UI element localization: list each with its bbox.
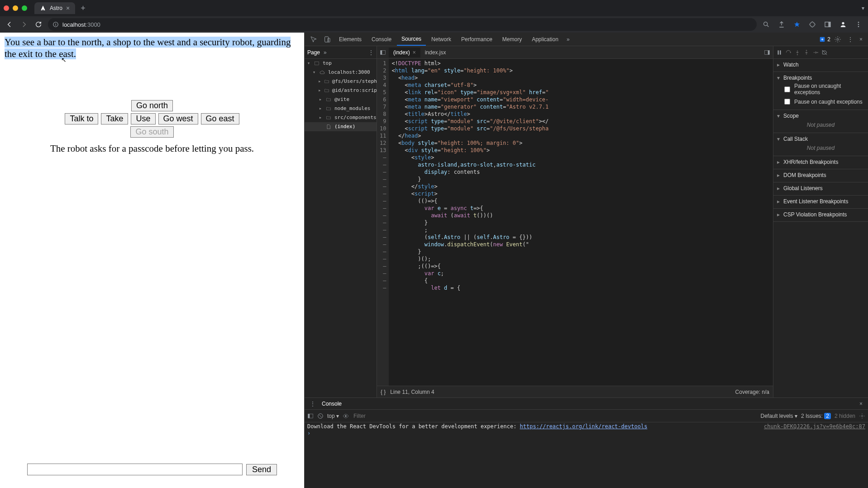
browser-tab[interactable]: Astro ×: [34, 2, 75, 14]
close-tab-icon[interactable]: ×: [66, 5, 70, 11]
minimize-window-icon[interactable]: [13, 5, 18, 11]
svg-rect-11: [328, 38, 330, 42]
clear-console-icon[interactable]: [317, 413, 324, 419]
issues-badge[interactable]: 2: [819, 36, 830, 43]
reload-button[interactable]: [33, 19, 43, 29]
svg-point-13: [837, 38, 839, 40]
close-icon[interactable]: ×: [413, 49, 416, 56]
extensions-icon[interactable]: [807, 19, 817, 29]
csp-section[interactable]: ▸CSP Violation Breakpoints: [776, 211, 865, 219]
global-listeners-section[interactable]: ▸Global Listeners: [776, 184, 865, 192]
sidepanel-icon[interactable]: [823, 19, 833, 29]
scope-section[interactable]: ▾Scope: [776, 112, 865, 120]
go-south-button[interactable]: Go south: [130, 126, 173, 138]
inspect-icon[interactable]: [307, 36, 320, 43]
folder-icon: [325, 115, 332, 121]
folder-icon: [325, 105, 332, 112]
live-expression-icon[interactable]: [343, 413, 349, 419]
drawer-menu-icon[interactable]: ⋮: [307, 401, 318, 407]
callstack-section[interactable]: ▾Call Stack: [776, 135, 865, 143]
issues-label[interactable]: 2 Issues: 2: [801, 413, 831, 419]
pause-icon[interactable]: [776, 49, 782, 56]
menu-icon[interactable]: [854, 19, 863, 29]
source-link[interactable]: chunk-DFKQJ226.js?v=9e6b4e8c:87: [764, 423, 865, 430]
close-drawer-icon[interactable]: ×: [857, 401, 865, 407]
svg-point-23: [806, 50, 807, 51]
navigator-menu-icon[interactable]: ⋮: [368, 49, 374, 56]
command-input[interactable]: [27, 464, 243, 475]
tab-memory[interactable]: Memory: [498, 33, 526, 45]
code-editor[interactable]: 12345678910111213––––––––––––––––––– <!D…: [377, 59, 773, 386]
new-tab-button[interactable]: +: [78, 4, 88, 13]
dom-section[interactable]: ▸DOM Breakpoints: [776, 171, 865, 179]
step-into-icon[interactable]: [794, 49, 801, 56]
go-east-button[interactable]: Go east: [201, 113, 239, 124]
console-body[interactable]: chunk-DFKQJ226.js?v=9e6b4e8c:87 Download…: [305, 422, 868, 488]
navigator-more-icon[interactable]: »: [324, 49, 327, 56]
go-north-button[interactable]: Go north: [131, 100, 173, 111]
device-icon[interactable]: [321, 36, 334, 43]
toolbar-right: [761, 19, 863, 29]
xhr-section[interactable]: ▸XHR/fetch Breakpoints: [776, 158, 865, 166]
step-out-icon[interactable]: [803, 49, 810, 56]
tab-performance[interactable]: Performance: [457, 33, 497, 45]
log-levels[interactable]: Default levels ▾: [761, 413, 797, 419]
console-filter-bar: top ▾ Default levels ▾ 2 Issues: 2 2 hid…: [305, 410, 868, 422]
watch-section[interactable]: ▸Watch: [776, 61, 865, 69]
address-bar[interactable]: localhost:3000: [48, 18, 757, 31]
deactivate-breakpoints-icon[interactable]: [821, 49, 828, 56]
step-icon[interactable]: [812, 49, 819, 56]
go-west-button[interactable]: Go west: [158, 113, 198, 124]
zoom-icon[interactable]: [761, 19, 771, 29]
toggle-debugger-icon[interactable]: [761, 49, 773, 56]
back-button[interactable]: [5, 19, 14, 29]
pretty-print-icon[interactable]: { }: [381, 389, 386, 395]
console-filter-input[interactable]: [353, 412, 757, 420]
step-over-icon[interactable]: [785, 49, 792, 56]
file-icon: [325, 124, 332, 130]
pause-caught-checkbox[interactable]: Pause on caught exceptions: [776, 96, 865, 107]
pause-uncaught-checkbox[interactable]: Pause on uncaught exceptions: [776, 82, 865, 96]
navigator-tab-page[interactable]: Page: [307, 49, 320, 56]
console-settings-icon[interactable]: [859, 413, 865, 419]
editor-tab-indexjsx[interactable]: index.jsx: [420, 48, 451, 57]
settings-icon[interactable]: [831, 36, 844, 43]
svg-point-29: [861, 415, 863, 417]
file-item-selected[interactable]: (index): [305, 122, 377, 131]
toggle-sidebar-icon[interactable]: [307, 413, 314, 419]
breakpoints-section[interactable]: ▾Breakpoints: [776, 74, 865, 82]
profile-icon[interactable]: [838, 19, 848, 29]
console-link[interactable]: https://reactjs.org/link/react-devtools: [520, 423, 648, 430]
console-context[interactable]: top ▾: [327, 413, 339, 419]
svg-point-8: [858, 24, 859, 25]
tab-network[interactable]: Network: [427, 33, 456, 45]
toggle-navigator-icon[interactable]: [377, 49, 389, 56]
talk-to-button[interactable]: Talk to: [65, 113, 98, 124]
forward-button[interactable]: [19, 19, 29, 29]
close-devtools-icon[interactable]: ×: [857, 36, 865, 43]
more-tabs-icon[interactable]: »: [564, 36, 572, 43]
file-tree[interactable]: ▾top ▾localhost:3000 ▸@fs/Users/stepha ▸…: [305, 59, 377, 397]
browser-tabstrip: Astro × + ▾: [0, 0, 868, 16]
devtools-menu-icon[interactable]: ⋮: [845, 36, 856, 43]
tab-application[interactable]: Application: [527, 33, 563, 45]
tab-console[interactable]: Console: [367, 33, 396, 45]
tab-sources[interactable]: Sources: [397, 33, 426, 46]
bookmark-icon[interactable]: [792, 19, 802, 29]
share-icon[interactable]: [777, 19, 787, 29]
tab-elements[interactable]: Elements: [334, 33, 366, 45]
site-info-icon[interactable]: [52, 21, 59, 28]
send-button[interactable]: Send: [246, 464, 277, 475]
use-button[interactable]: Use: [131, 113, 155, 124]
favicon-icon: [40, 5, 46, 11]
console-prompt[interactable]: ›: [307, 430, 865, 437]
drawer-tab-console[interactable]: Console: [318, 399, 345, 409]
editor-tab-index[interactable]: (index)×: [389, 48, 420, 57]
close-window-icon[interactable]: [4, 5, 9, 11]
svg-rect-18: [768, 50, 770, 54]
fullscreen-window-icon[interactable]: [22, 5, 27, 11]
take-button[interactable]: Take: [101, 113, 128, 124]
svg-rect-26: [308, 414, 310, 418]
tabs-menu-icon[interactable]: ▾: [862, 5, 864, 11]
event-listener-section[interactable]: ▸Event Listener Breakpoints: [776, 197, 865, 206]
